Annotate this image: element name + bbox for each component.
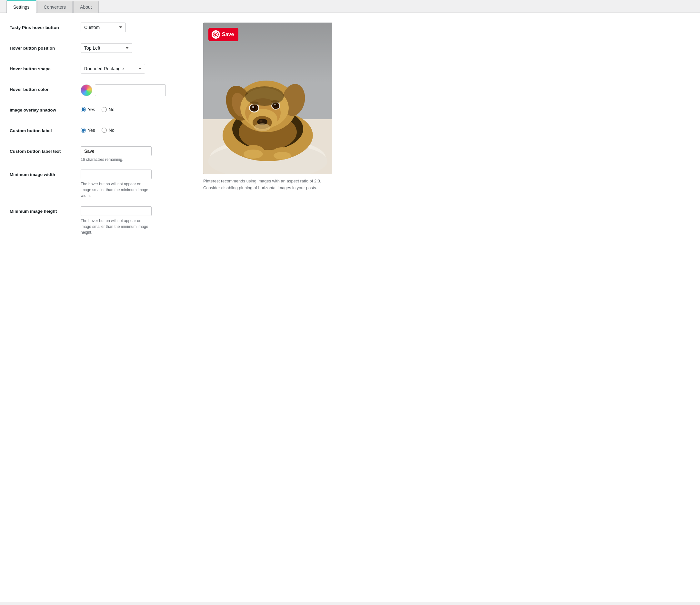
main-content: Tasty Pins hover button Custom Default N… — [0, 13, 700, 602]
dog-preview-image: Save — [203, 23, 332, 174]
hover-shape-control: Rounded Rectangle Circle Rectangle — [81, 64, 190, 74]
min-height-input[interactable] — [81, 206, 152, 216]
settings-right: Save Pinterest recommends using images w… — [203, 23, 339, 191]
tasty-pins-control: Custom Default None — [81, 23, 190, 32]
custom-button-text-input[interactable] — [81, 146, 152, 156]
tasty-pins-select[interactable]: Custom Default None — [81, 23, 126, 32]
overlay-shadow-no-option[interactable]: No — [102, 107, 115, 112]
tab-about[interactable]: About — [73, 1, 99, 13]
hover-shape-row: Hover button shape Rounded Rectangle Cir… — [10, 64, 190, 77]
settings-layout: Tasty Pins hover button Custom Default N… — [10, 23, 690, 243]
hover-color-label: Hover button color — [10, 84, 81, 92]
min-width-row: Minimum image width The hover button wil… — [10, 169, 190, 199]
hover-position-row: Hover button position Top Left Top Right… — [10, 43, 190, 56]
overlay-shadow-yes-option[interactable]: Yes — [81, 107, 95, 112]
dog-svg — [203, 23, 332, 174]
color-picker-button[interactable] — [81, 84, 92, 96]
svg-point-17 — [259, 120, 262, 122]
page-wrapper: Settings Converters About Tasty Pins hov… — [0, 0, 700, 605]
min-width-control: The hover button will not appear on imag… — [81, 169, 190, 199]
overlay-shadow-yes-label: Yes — [88, 107, 95, 112]
overlay-shadow-no-label: No — [109, 107, 115, 112]
overlay-shadow-no-radio[interactable] — [102, 107, 107, 112]
overlay-shadow-radio-group: Yes No — [81, 105, 190, 112]
svg-point-21 — [252, 106, 254, 108]
tab-settings[interactable]: Settings — [6, 0, 36, 13]
min-height-row: Minimum image height The hover button wi… — [10, 206, 190, 235]
svg-point-28 — [245, 86, 284, 106]
svg-point-29 — [254, 124, 270, 131]
min-width-help: The hover button will not appear on imag… — [81, 181, 152, 199]
char-count: 16 characters remaining. — [81, 157, 190, 162]
preview-image-wrapper: Save — [203, 23, 332, 174]
custom-button-label-radio-group: Yes No — [81, 126, 190, 133]
custom-button-label-no-option[interactable]: No — [102, 128, 115, 133]
tab-converters[interactable]: Converters — [37, 1, 73, 13]
overlay-shadow-row: Image overlay shadow Yes No — [10, 105, 190, 118]
tasty-pins-label: Tasty Pins hover button — [10, 23, 81, 30]
hover-shape-select[interactable]: Rounded Rectangle Circle Rectangle — [81, 64, 145, 74]
overlay-shadow-yes-radio[interactable] — [81, 107, 86, 112]
hover-color-control — [81, 84, 190, 96]
hover-position-label: Hover button position — [10, 43, 81, 51]
custom-button-label-yes-radio[interactable] — [81, 128, 86, 133]
custom-button-label-control: Yes No — [81, 126, 190, 133]
color-text-input[interactable] — [95, 84, 166, 96]
overlay-shadow-control: Yes No — [81, 105, 190, 112]
custom-button-label-no-label: No — [109, 128, 115, 133]
tasty-pins-row: Tasty Pins hover button Custom Default N… — [10, 23, 190, 35]
min-width-label: Minimum image width — [10, 169, 81, 177]
pinterest-p-icon — [211, 30, 220, 39]
custom-button-text-label: Custom button label text — [10, 146, 81, 154]
pinterest-logo-svg — [213, 32, 219, 37]
custom-button-text-row: Custom button label text 16 characters r… — [10, 146, 190, 162]
hover-position-select[interactable]: Top Left Top Right Bottom Left Bottom Ri… — [81, 43, 132, 53]
hover-color-row: Hover button color — [10, 84, 190, 97]
custom-button-label-yes-label: Yes — [88, 128, 95, 133]
custom-button-label-row: Custom button label Yes No — [10, 126, 190, 139]
settings-left: Tasty Pins hover button Custom Default N… — [10, 23, 190, 243]
pinterest-save-button[interactable]: Save — [208, 28, 239, 41]
hover-position-control: Top Left Top Right Bottom Left Bottom Ri… — [81, 43, 190, 53]
svg-point-32 — [244, 150, 263, 159]
hover-shape-label: Hover button shape — [10, 64, 81, 71]
custom-button-label-yes-option[interactable]: Yes — [81, 128, 95, 133]
svg-point-33 — [274, 152, 291, 160]
min-height-label: Minimum image height — [10, 206, 81, 214]
custom-button-label-label: Custom button label — [10, 126, 81, 133]
tabs-bar: Settings Converters About — [0, 0, 700, 13]
overlay-shadow-label: Image overlay shadow — [10, 105, 81, 112]
custom-button-text-control: 16 characters remaining. — [81, 146, 190, 162]
custom-button-label-no-radio[interactable] — [102, 128, 107, 133]
color-row — [81, 84, 190, 96]
min-width-input[interactable] — [81, 169, 152, 179]
min-height-help: The hover button will not appear on imag… — [81, 218, 152, 235]
preview-caption: Pinterest recommends using images with a… — [203, 178, 332, 191]
pinterest-save-label: Save — [222, 32, 234, 37]
min-height-control: The hover button will not appear on imag… — [81, 206, 190, 235]
